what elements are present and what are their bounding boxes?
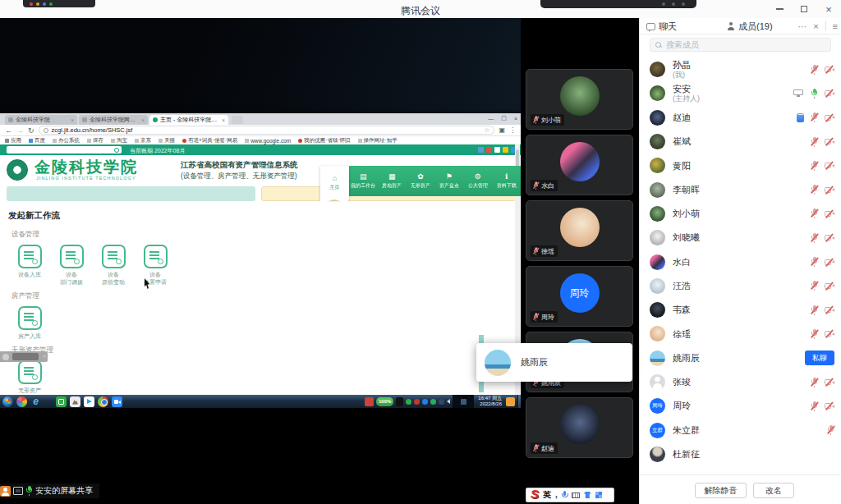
refresh-icon[interactable]: ↻ bbox=[28, 126, 34, 135]
browser-minimize-icon[interactable]: — bbox=[488, 116, 494, 121]
search-input[interactable]: 搜索成员 bbox=[650, 38, 831, 52]
bookmark-item[interactable]: www.google.com bbox=[245, 138, 291, 144]
workflow-card[interactable]: 房产入库 bbox=[13, 306, 46, 340]
member-row[interactable]: 李朝晖 bbox=[640, 177, 841, 201]
member-row[interactable]: 韦森 bbox=[640, 298, 841, 322]
nav-item[interactable]: ℹ资料下载 bbox=[492, 166, 521, 196]
meeting-control-bar[interactable] bbox=[540, 0, 696, 8]
tray-icon[interactable] bbox=[406, 399, 411, 405]
tab-close-icon[interactable]: × bbox=[222, 117, 225, 123]
browser-menu-icon[interactable]: ⋮ bbox=[509, 126, 516, 134]
workflow-card[interactable]: 设备 处置申请 bbox=[139, 245, 172, 286]
rename-button[interactable]: 改名 bbox=[753, 483, 794, 498]
video-tile[interactable]: 赵迪 bbox=[526, 397, 633, 458]
tray-icon[interactable] bbox=[414, 399, 420, 405]
security-tray-icon[interactable] bbox=[506, 397, 515, 406]
tab-chat[interactable]: 聊天 bbox=[646, 18, 677, 34]
bookmark-item[interactable]: 有道+词典·便签·网易 bbox=[182, 137, 237, 144]
workflow-card[interactable]: 设备 原值变动 bbox=[97, 245, 130, 286]
punctuation-icon[interactable]: , bbox=[555, 493, 558, 497]
member-row[interactable]: 黄阳 bbox=[640, 153, 841, 177]
private-chat-popup[interactable]: 姚雨辰 bbox=[476, 343, 632, 382]
extension-icon[interactable]: ▣ bbox=[499, 126, 505, 134]
voice-input-icon[interactable] bbox=[562, 491, 568, 500]
strip-icon[interactable] bbox=[478, 147, 484, 153]
battery-indicator[interactable]: 100% bbox=[376, 397, 393, 406]
minimize-button[interactable] bbox=[774, 3, 785, 15]
album-icon[interactable] bbox=[70, 396, 80, 407]
member-row[interactable]: 周玲周玲 bbox=[640, 394, 841, 418]
bookmark-item[interactable]: 应用 bbox=[5, 137, 21, 144]
browser-close-icon[interactable]: × bbox=[514, 116, 517, 121]
nav-item[interactable]: ⚑资产盘点 bbox=[434, 166, 463, 196]
workflow-card[interactable]: 无形资产 入库 bbox=[13, 360, 46, 395]
nav-item[interactable]: ⌂主页 bbox=[320, 166, 349, 199]
close-button[interactable]: × bbox=[823, 3, 834, 15]
tab-close-icon[interactable]: × bbox=[141, 117, 145, 123]
member-row[interactable]: 姚雨辰私聊 bbox=[640, 346, 841, 370]
video-icon[interactable] bbox=[84, 396, 94, 407]
nav-item[interactable]: ✿无形资产 bbox=[407, 166, 435, 196]
browser-tab[interactable]: 金陵科技学院网上服务…× bbox=[79, 115, 148, 125]
forward-icon[interactable]: → bbox=[16, 126, 24, 135]
tab-members[interactable]: 成员(19) bbox=[727, 18, 773, 34]
new-tab-button[interactable] bbox=[232, 116, 243, 124]
tray-red-app-icon[interactable] bbox=[365, 397, 374, 406]
address-bar[interactable]: zcgl.jit.edu.cn/home/SHSC.jsf ☆ bbox=[39, 126, 495, 135]
thumbnail-close-icon[interactable]: × bbox=[43, 353, 46, 360]
panel-close-icon[interactable]: × bbox=[813, 21, 818, 31]
notes-icon[interactable] bbox=[56, 396, 67, 407]
member-row[interactable]: 孙晶(我) bbox=[640, 57, 841, 81]
member-row[interactable]: 刘晓曦 bbox=[640, 226, 841, 250]
panel-menu-icon[interactable]: ≡ bbox=[833, 21, 838, 31]
bookmark-item[interactable]: 淘宝 bbox=[111, 137, 127, 144]
bookmark-item[interactable]: 京东 bbox=[135, 137, 151, 144]
site-search-input[interactable] bbox=[7, 146, 122, 153]
member-row[interactable]: 张竣 bbox=[640, 370, 841, 394]
skin-icon[interactable] bbox=[584, 492, 591, 498]
bookmark-item[interactable]: 天猫 bbox=[159, 137, 175, 144]
member-list[interactable]: 孙晶(我)安安(主持人)赵迪崔斌黄阳李朝晖刘小萌刘晓曦水白汪浩韦森徐瑶姚雨辰私聊… bbox=[640, 57, 841, 468]
toolbox-icon[interactable] bbox=[595, 492, 602, 498]
ime-mode-label[interactable]: 英 bbox=[543, 489, 551, 501]
video-tile[interactable]: 周玲周玲 bbox=[526, 266, 633, 327]
floating-mini-toolbar[interactable] bbox=[23, 0, 95, 7]
bookmark-item[interactable]: 我的优惠·省钱·怀旧 bbox=[298, 137, 350, 144]
nav-item[interactable]: ⚙公共管理 bbox=[463, 166, 492, 196]
workflow-card[interactable]: 设备 部门调拨 bbox=[55, 245, 88, 286]
browser-tab[interactable]: 金陵科技学院× bbox=[5, 115, 77, 125]
tray-expand-icon[interactable] bbox=[447, 399, 450, 404]
soft-keyboard-icon[interactable] bbox=[572, 493, 580, 498]
meeting-icon[interactable] bbox=[112, 396, 122, 407]
taskbar-clock[interactable]: 16:47 周五 2022/8/26 bbox=[476, 396, 503, 407]
nav-item[interactable]: ▦房地资产 bbox=[378, 166, 407, 196]
bookmark-item[interactable]: 办公系统 bbox=[53, 137, 80, 144]
tray-icon[interactable] bbox=[439, 399, 444, 405]
private-chat-button[interactable]: 私聊 bbox=[805, 351, 834, 365]
strip-icon[interactable] bbox=[503, 147, 508, 153]
sogou-ime-bar[interactable]: S 英 , bbox=[526, 488, 614, 502]
language-bar[interactable] bbox=[453, 395, 474, 408]
browser-tab[interactable]: 主页 - 金陵科技学院国…× bbox=[149, 115, 228, 125]
tray-icon[interactable] bbox=[422, 399, 428, 405]
bookmark-item[interactable]: 保存 bbox=[87, 137, 103, 144]
member-row[interactable]: 安安(主持人) bbox=[640, 81, 841, 105]
maximize-button[interactable] bbox=[798, 3, 810, 15]
panel-more-icon[interactable]: ··· bbox=[797, 21, 807, 31]
bookmark-star-icon[interactable]: ☆ bbox=[484, 126, 489, 134]
tab-close-icon[interactable]: × bbox=[71, 117, 74, 123]
video-tile[interactable]: 徐瑶 bbox=[526, 200, 633, 261]
member-row[interactable]: 刘小萌 bbox=[640, 202, 841, 226]
member-row[interactable]: 崔斌 bbox=[640, 130, 841, 153]
member-row[interactable]: 徐瑶 bbox=[640, 322, 841, 346]
pinwheel-icon[interactable] bbox=[16, 396, 27, 407]
bookmark-item[interactable]: 操作网址·知乎 bbox=[358, 137, 398, 144]
member-row[interactable]: 立群朱立群 bbox=[640, 418, 841, 442]
nav-item[interactable]: ▤我的工作台 bbox=[349, 166, 378, 196]
strip-icon[interactable] bbox=[494, 147, 500, 153]
show-desktop-button[interactable] bbox=[517, 395, 521, 408]
site-info-icon[interactable] bbox=[44, 128, 48, 133]
workflow-card[interactable]: 设备入库 bbox=[13, 245, 46, 286]
unmute-button[interactable]: 解除静音 bbox=[695, 483, 747, 498]
ie-icon[interactable] bbox=[30, 396, 41, 407]
